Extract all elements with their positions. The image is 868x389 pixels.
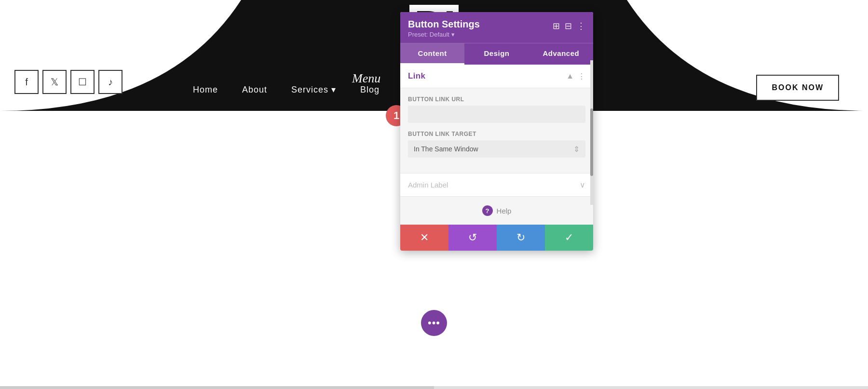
bottom-bar-left [0,386,434,389]
help-icon[interactable]: ? [482,205,493,216]
social-icons-row: f 𝕏 ☐ ♪ [14,70,122,94]
panel-title: Button Settings [408,19,480,30]
nav-blog[interactable]: Blog [360,85,380,95]
panel-header: Button Settings Preset: Default ▾ ⊞ ⊟ ⋮ [400,12,593,43]
tab-content[interactable]: Content [400,43,464,65]
bottom-bar [0,386,868,389]
panel-scrollbar-thumb[interactable] [590,108,593,176]
section-collapse-icon[interactable]: ▲ [566,72,574,80]
panel-tabs: Content Design Advanced [400,43,593,65]
panel-columns-icon[interactable]: ⊟ [565,21,572,31]
cancel-button[interactable]: ✕ [400,225,448,251]
section-link-title: Link [408,71,425,81]
section-menu-icon[interactable]: ⋮ [578,72,585,81]
panel-form: Button Link URL Button Link Target In Th… [400,88,593,173]
save-button[interactable]: ✓ [545,225,593,251]
bottom-bar-right [434,386,868,389]
panel-footer: ✕ ↺ ↻ ✓ [400,225,593,251]
panel-body: Link ▲ ⋮ Button Link URL Button Link Tar… [400,65,593,225]
social-twitter[interactable]: 𝕏 [42,70,67,94]
admin-label-chevron-icon: ∨ [580,180,585,189]
panel-header-icons: ⊞ ⊟ ⋮ [553,21,585,31]
social-facebook[interactable]: f [14,70,39,94]
panel-header-left: Button Settings Preset: Default ▾ [408,19,480,38]
tab-design[interactable]: Design [464,43,529,65]
target-field-label: Button Link Target [408,131,585,137]
panel-preset[interactable]: Preset: Default ▾ [408,31,480,38]
panel-more-icon[interactable]: ⋮ [577,21,585,31]
button-settings-panel: Button Settings Preset: Default ▾ ⊞ ⊟ ⋮ … [400,12,593,251]
undo-button[interactable]: ↺ [448,225,497,251]
help-section: ? Help [400,196,593,225]
social-instagram[interactable]: ☐ [70,70,95,94]
navigation-bar: Home About Services ▾ Blog [193,84,380,95]
section-link-header: Link ▲ ⋮ [400,65,593,88]
panel-expand-icon[interactable]: ⊞ [553,21,560,31]
help-text[interactable]: Help [497,207,512,215]
tab-advanced[interactable]: Advanced [529,43,593,65]
button-link-target-select[interactable]: In The Same Window In The New Tab [408,140,585,158]
book-now-button[interactable]: BOOK NOW [756,75,839,101]
panel-scrollbar-track [590,60,593,205]
admin-label-section[interactable]: Admin Label ∨ [400,173,593,196]
section-header-icons: ▲ ⋮ [566,72,585,81]
nav-services[interactable]: Services ▾ [291,84,336,95]
floating-dots-button[interactable]: ••• [421,310,447,336]
redo-button[interactable]: ↻ [497,225,545,251]
nav-home[interactable]: Home [193,85,218,95]
url-field-label: Button Link URL [408,96,585,103]
social-tiktok[interactable]: ♪ [98,70,122,94]
menu-script-label: Menu [352,71,380,86]
button-link-url-input[interactable] [408,106,585,123]
nav-about[interactable]: About [242,85,267,95]
admin-label-text: Admin Label [408,181,448,189]
target-select-wrapper: In The Same Window In The New Tab ⇕ [408,140,585,158]
